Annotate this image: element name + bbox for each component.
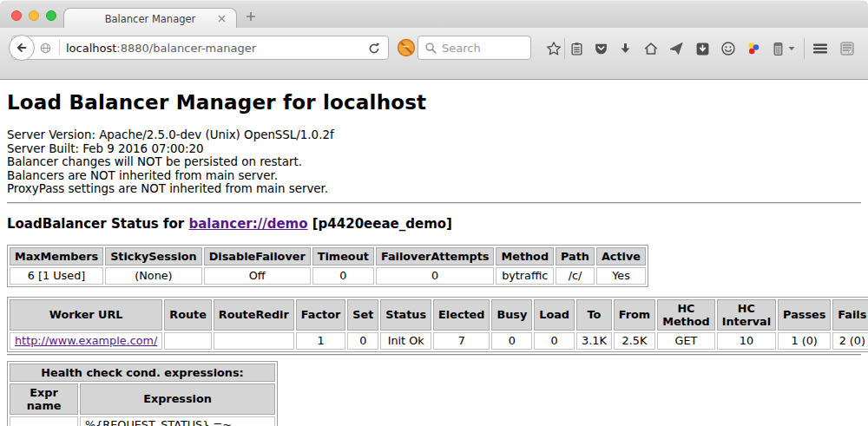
balancer-demo-link[interactable]: balancer://demo (188, 216, 307, 232)
clipboard-button[interactable] (568, 40, 585, 57)
loadbalancer-status-heading: LoadBalancer Status for balancer://demo … (7, 216, 861, 232)
cell-load: 0 (534, 332, 575, 350)
cell-active: Yes (596, 267, 646, 285)
col-expression: Expression (80, 383, 275, 415)
persist-notice-line: Balancer changes will NOT be persisted o… (7, 155, 861, 169)
table-header-row: Worker URL Route RouteRedir Factor Set S… (10, 299, 868, 331)
tab-balancer-manager[interactable]: Balancer Manager (63, 8, 237, 29)
table-row: 6 [1 Used] (None) Off 0 0 bytraffic /c/ … (10, 267, 646, 285)
col-fails: Fails (832, 299, 868, 331)
col-from: From (614, 299, 655, 331)
video-download-button[interactable] (694, 40, 711, 57)
downloads-button[interactable] (616, 40, 634, 57)
col-stickysession: StickySession (105, 247, 202, 265)
divider (7, 202, 861, 204)
container-addon-icon (771, 42, 786, 56)
cell-set: 0 (347, 332, 378, 350)
container-addon-button[interactable] (769, 40, 786, 57)
col-timeout: Timeout (312, 247, 374, 265)
worker-url-link[interactable]: http://www.example.com/ (15, 334, 157, 347)
toolbar-separator (804, 38, 805, 59)
cell-fails: 2 (0) (832, 332, 868, 350)
search-input[interactable] (442, 42, 520, 55)
table-header-row: MaxMembers StickySession DisableFailover… (10, 247, 646, 265)
video-download-icon (695, 42, 710, 56)
page-grid-addon-button[interactable] (838, 40, 856, 57)
col-hc-interval: HC Interval (717, 299, 776, 331)
tab-title: Balancer Manager (105, 13, 196, 25)
cell-method: bytraffic (496, 267, 554, 285)
menu-hamburger-icon (812, 42, 829, 56)
col-hc-method: HC Method (657, 299, 715, 331)
window-close-button[interactable] (11, 10, 22, 21)
col-load: Load (534, 299, 575, 331)
server-info-block: Server Version: Apache/2.5.0-dev (Unix) … (7, 128, 861, 196)
home-button[interactable] (642, 40, 660, 57)
toolbar-separator (564, 38, 565, 59)
col-factor: Factor (296, 299, 345, 331)
colored-dots-addon-button[interactable] (745, 40, 762, 57)
url-path: :8880/balancer-manager (116, 42, 256, 55)
pocket-icon (594, 42, 608, 56)
server-version-line: Server Version: Apache/2.5.0-dev (Unix) … (7, 128, 861, 142)
col-routeredir: RouteRedir (214, 299, 294, 331)
new-tab-button[interactable] (245, 10, 257, 23)
blocked-scripts-icon[interactable] (397, 38, 416, 57)
search-icon (424, 42, 437, 55)
cell-route (164, 332, 212, 350)
window-minimize-button[interactable] (29, 10, 39, 21)
cell-status: Init Ok (380, 332, 431, 350)
cell-hc-interval: 10 (717, 332, 776, 350)
cell-expr-name: foof (10, 416, 78, 426)
divider (7, 354, 861, 356)
send-plane-button[interactable] (667, 40, 685, 57)
col-worker-url: Worker URL (10, 299, 162, 331)
colored-dots-addon-icon (746, 41, 761, 56)
health-table-title: Health check cond. expressions: (10, 364, 275, 382)
menu-button[interactable] (810, 40, 831, 57)
col-expr-name: Expr name (10, 383, 78, 415)
smiley-icon (720, 41, 736, 56)
col-set: Set (347, 299, 378, 331)
send-plane-icon (668, 41, 684, 56)
pocket-button[interactable] (592, 40, 609, 57)
cell-disablefailover: Off (204, 267, 311, 285)
table-row: http://www.example.com/ 1 0 Init Ok 7 0 … (10, 332, 868, 350)
back-icon (15, 41, 29, 55)
cell-busy: 0 (491, 332, 532, 350)
cell-stickysession: (None) (105, 267, 202, 285)
cell-expression: %{REQUEST_STATUS} =~ /^[234]/ (80, 416, 275, 426)
col-status: Status (380, 299, 431, 331)
cell-worker-url: http://www.example.com/ (10, 332, 162, 350)
col-disablefailover: DisableFailover (204, 247, 311, 265)
url-bar[interactable]: localhost:8880/balancer-manager (11, 36, 389, 60)
back-button[interactable] (9, 35, 35, 61)
cell-passes: 1 (0) (778, 332, 831, 350)
search-box[interactable] (418, 36, 531, 60)
url-text[interactable]: localhost:8880/balancer-manager (66, 42, 256, 55)
col-route: Route (164, 299, 212, 331)
col-elected: Elected (433, 299, 490, 331)
cell-to: 3.1K (576, 332, 612, 350)
table-title-row: Health check cond. expressions: (10, 364, 275, 382)
col-path: Path (556, 247, 595, 265)
url-host: localhost (66, 42, 116, 55)
smiley-button[interactable] (720, 40, 737, 57)
cell-hc-method: GET (657, 332, 715, 350)
table-row: foof %{REQUEST_STATUS} =~ /^[234]/ (10, 416, 275, 426)
col-busy: Busy (491, 299, 532, 331)
server-built-line: Server Built: Feb 9 2016 07:00:20 (7, 142, 861, 156)
container-dropdown-caret[interactable] (786, 40, 797, 57)
reload-button[interactable] (367, 42, 381, 56)
col-active: Active (596, 247, 646, 265)
tab-close-icon[interactable] (217, 14, 227, 23)
window-zoom-button[interactable] (46, 10, 56, 21)
globe-icon (39, 42, 52, 55)
status-heading-prefix: LoadBalancer Status for (7, 216, 188, 232)
col-to: To (576, 299, 612, 331)
titlebar: Balancer Manager (0, 0, 868, 28)
status-heading-suffix: [p4420eeae_demo] (308, 216, 452, 232)
page-title: Load Balancer Manager for localhost (7, 89, 861, 115)
bookmark-star-button[interactable] (545, 40, 562, 57)
col-maxmembers: MaxMembers (10, 247, 103, 265)
